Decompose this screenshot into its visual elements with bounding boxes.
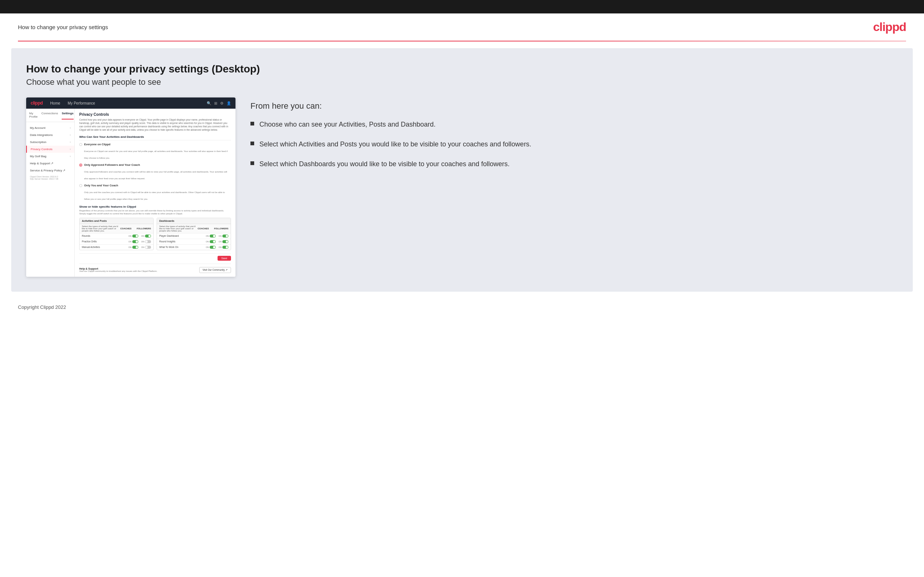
mini-sidebar-tabs: My Profile Connections Settings [26, 112, 74, 122]
on-label: ON [141, 235, 144, 237]
radio-everyone[interactable]: Everyone on Clippd Everyone on Clippd ca… [79, 143, 231, 160]
ri-follower-toggle[interactable]: ON [219, 240, 228, 243]
rounds-row: Rounds ON [80, 234, 153, 239]
player-dashboard-row: Player Dashboard ON [157, 234, 231, 239]
header-title: How to change your privacy settings [18, 24, 108, 30]
wwo-follower-toggle[interactable]: ON [219, 246, 228, 249]
mini-main-panel: Privacy Controls Control how you and you… [75, 109, 236, 277]
on-label: ON [219, 240, 222, 243]
on-label: ON [219, 246, 222, 248]
sidebar-item-subscription[interactable]: Subscription › [26, 139, 74, 146]
on-label: ON [206, 235, 209, 237]
grid-icon[interactable]: ⊞ [214, 101, 217, 105]
radio-button-approved[interactable] [79, 164, 82, 166]
save-button[interactable]: Save [218, 256, 231, 261]
page-subheading: Choose what you want people to see [26, 77, 898, 87]
help-desc: Visit our Clippd community to troublesho… [79, 270, 157, 272]
sidebar-item-service-privacy[interactable]: Service & Privacy Policy ↗ [26, 167, 74, 174]
ri-coach-toggle[interactable]: ON [206, 240, 216, 243]
practice-coach-toggle[interactable]: ON [129, 240, 138, 243]
toggle-track[interactable] [222, 235, 228, 237]
radio-approved[interactable]: Only Approved Followers and Your Coach O… [79, 163, 231, 181]
toggle-track[interactable] [210, 240, 216, 243]
privacy-controls-desc: Control how you and your data appears to… [79, 118, 231, 131]
chevron-icon: › [70, 141, 71, 143]
round-insights-row: Round Insights ON [157, 239, 231, 245]
on-label: ON [129, 235, 132, 237]
rounds-coach-toggle[interactable]: ON [129, 235, 138, 237]
visit-community-label: Visit Our Community [203, 269, 225, 271]
radio-only-you-label: Only You and Your Coach [84, 184, 231, 187]
tab-my-profile[interactable]: My Profile [29, 112, 38, 119]
bullet-text-3: Select which Dashboards you would like t… [259, 160, 509, 169]
radio-only-you[interactable]: Only You and Your Coach Only you and the… [79, 184, 231, 201]
activities-table-subheader: Select the types of activity that you'd … [80, 224, 153, 234]
radio-only-you-desc: Only you and the coaches you connect wit… [84, 191, 225, 200]
settings-icon[interactable]: ⚙ [220, 101, 223, 105]
sidebar-item-my-account[interactable]: My Account › [26, 124, 74, 131]
toggle-track[interactable] [210, 246, 216, 249]
activities-col-headers: COACHES FOLLOWERS [120, 227, 151, 230]
visit-community-button[interactable]: Visit Our Community ↗ [199, 267, 231, 273]
logo: clippd [873, 20, 906, 34]
sidebar-item-privacy-controls[interactable]: Privacy Controls › [26, 146, 74, 153]
radio-approved-desc: Only approved followers and coaches you … [84, 171, 227, 180]
list-item: Select which Activities and Posts you wo… [250, 140, 898, 149]
avatar-icon[interactable]: 👤 [226, 101, 231, 105]
sidebar-item-label: Subscription [30, 140, 46, 144]
toggle-thumb [136, 240, 138, 243]
sidebar-item-label: My Golf Bag [30, 155, 46, 158]
mini-logo: clippd [31, 100, 43, 106]
practice-follower-toggle[interactable]: ON [141, 240, 151, 243]
rounds-follower-toggle[interactable]: ON [141, 235, 151, 237]
radio-button-everyone[interactable] [79, 143, 82, 146]
mini-nav-performance[interactable]: My Performance [68, 101, 95, 105]
mini-nav-home[interactable]: Home [50, 101, 60, 105]
bullet-text-2: Select which Activities and Posts you wo… [259, 140, 531, 149]
pd-coach-toggle[interactable]: ON [206, 235, 216, 237]
mini-app-body: My Profile Connections Settings My Accou… [26, 109, 236, 277]
toggle-thumb [149, 235, 151, 237]
help-section: Help & Support Visit our Clippd communit… [79, 264, 231, 273]
sidebar-item-data-integrations[interactable]: Data Integrations › [26, 131, 74, 139]
toggle-thumb-off [145, 240, 148, 243]
toggle-track[interactable] [132, 235, 138, 237]
bullet-list: Choose who can see your Activities, Post… [250, 120, 898, 169]
activities-table: Activities and Posts Select the types of… [79, 218, 153, 250]
tab-settings[interactable]: Settings [62, 112, 74, 119]
pd-follower-toggle[interactable]: ON [219, 235, 228, 237]
toggle-track-off[interactable] [145, 246, 151, 249]
tab-connections[interactable]: Connections [42, 112, 58, 119]
search-icon[interactable]: 🔍 [207, 101, 211, 105]
followers-col-header: FOLLOWERS [137, 227, 151, 230]
toggle-thumb [136, 246, 138, 248]
bullet-square [250, 122, 254, 126]
manual-coach-toggle[interactable]: ON [129, 246, 138, 249]
wwo-coach-toggle[interactable]: ON [206, 246, 216, 249]
toggle-thumb [213, 246, 215, 248]
sidebar-item-help-support[interactable]: Help & Support ↗ [26, 160, 74, 167]
toggle-thumb [226, 235, 228, 237]
toggle-thumb [213, 235, 215, 237]
toggle-track[interactable] [132, 246, 138, 249]
radio-button-only-you[interactable] [79, 184, 82, 187]
practice-drills-label: Practice Drills [82, 240, 97, 243]
coaches-col-header: COACHES [120, 227, 132, 230]
toggle-track-off[interactable] [145, 240, 151, 243]
manual-follower-toggle[interactable]: ON [141, 246, 151, 249]
toggle-track[interactable] [222, 246, 228, 249]
footer: Copyright Clippd 2022 [0, 298, 924, 316]
toggle-track[interactable] [132, 240, 138, 243]
sidebar-item-my-golf-bag[interactable]: My Golf Bag › [26, 153, 74, 160]
radio-everyone-desc: Everyone on Clippd can search for you an… [84, 150, 228, 159]
rounds-toggles: ON ON [129, 235, 151, 237]
what-to-work-on-label: What To Work On [159, 246, 178, 248]
sidebar-item-label: My Account [30, 126, 45, 130]
manual-activities-label: Manual Activities [82, 246, 100, 248]
toggle-track[interactable] [210, 235, 216, 237]
on-label: ON [206, 246, 209, 248]
show-hide-title: Show or hide specific features in Clippd [79, 205, 231, 208]
toggle-track[interactable] [222, 240, 228, 243]
toggle-track[interactable] [145, 235, 151, 237]
activities-table-header: Activities and Posts [80, 218, 153, 224]
